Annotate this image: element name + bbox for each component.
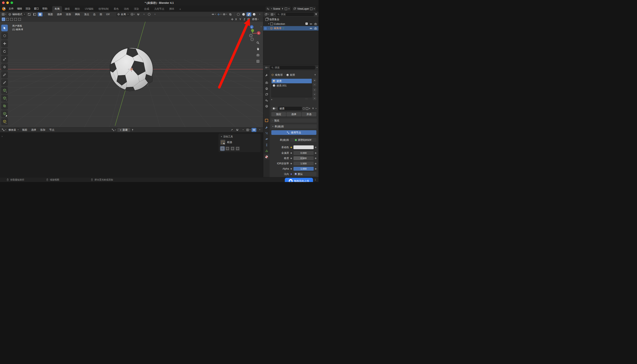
browse-material-button[interactable]: ▾: [271, 107, 278, 110]
filter-dropdown[interactable]: ▾: [316, 108, 316, 110]
node-tree-type-dropdown[interactable]: 修改器▾: [7, 128, 20, 132]
tool-inset-faces[interactable]: [1, 102, 8, 109]
tab-constraints[interactable]: [264, 142, 269, 148]
shading-wireframe-button[interactable]: [236, 12, 241, 16]
editor-type-3dview-button[interactable]: ▾: [1, 12, 7, 16]
sidebar-expand-arrow[interactable]: ›: [2, 135, 3, 138]
node-menu-add[interactable]: 添加: [39, 128, 47, 132]
tab-render[interactable]: [264, 80, 269, 86]
tool-add-cube[interactable]: +: [1, 87, 8, 94]
viewport-menu-face[interactable]: 面: [98, 12, 104, 17]
copy-icon[interactable]: [285, 8, 287, 10]
tab-object-data[interactable]: [264, 148, 269, 154]
alpha-slider[interactable]: 1.000: [293, 167, 314, 171]
select-button[interactable]: 选择: [287, 112, 301, 116]
viewlayer-name[interactable]: ViewLayer: [297, 7, 309, 10]
menu-edit[interactable]: 编辑: [15, 6, 24, 11]
tab-tool[interactable]: [264, 72, 269, 78]
copy-icon[interactable]: [310, 8, 312, 10]
panel-collapse-chevron[interactable]: ▾: [221, 136, 222, 138]
select-mode-subtract-button[interactable]: [10, 18, 13, 21]
shading-settings-dropdown[interactable]: ▾: [257, 12, 262, 16]
collapse-chevron[interactable]: ▾: [268, 23, 269, 25]
tool-extrude-region[interactable]: ↑: [1, 95, 8, 102]
editor-type-outliner-button[interactable]: ▾: [264, 12, 269, 16]
show-gizmo-toggle[interactable]: ▾: [217, 12, 222, 16]
pin-icon[interactable]: [314, 74, 316, 76]
browse-node-tree-dropdown[interactable]: ▾: [111, 128, 116, 132]
node-menu-select[interactable]: 选择: [30, 128, 38, 132]
assign-button[interactable]: 指定: [271, 112, 286, 116]
shading-material-preview-button[interactable]: [247, 12, 251, 16]
tool-rotate[interactable]: [1, 48, 8, 55]
mirror-y-toggle[interactable]: Y: [239, 18, 242, 21]
snap-toggle-button[interactable]: [235, 128, 240, 132]
proportional-edit-button[interactable]: [147, 12, 152, 16]
workspace-tab-sculpting[interactable]: 雕刻: [73, 6, 82, 12]
decorator-dot[interactable]: [315, 147, 316, 148]
tool-move[interactable]: [1, 40, 8, 47]
outliner-search-field[interactable]: 搜索: [276, 12, 314, 16]
mirror-x-toggle[interactable]: X: [234, 18, 238, 21]
tab-object[interactable]: [264, 118, 269, 123]
filter-icon[interactable]: [315, 13, 317, 16]
scene-browse-chevron[interactable]: ▾: [271, 8, 272, 10]
tool-cursor[interactable]: [1, 32, 8, 39]
workspace-tab-scripting[interactable]: 脚本: [167, 6, 177, 12]
list-filter-expand-arrow[interactable]: ▸: [271, 98, 272, 100]
breadcrumb-material[interactable]: 材质: [290, 73, 295, 77]
scene-name[interactable]: Scene: [273, 7, 280, 10]
ortho-perspective-button[interactable]: [255, 58, 261, 64]
outliner-row-scene-collection[interactable]: 场景集合: [263, 17, 318, 22]
outliner-row-collection[interactable]: ▾ Collection ✓: [263, 22, 318, 26]
snap-toggle-button[interactable]: [136, 12, 141, 16]
tab-view-layer[interactable]: [264, 92, 269, 97]
tool-annotate[interactable]: [1, 71, 8, 78]
ior-slider[interactable]: 1.500: [293, 162, 314, 166]
new-node-tree-button[interactable]: +新建: [117, 128, 130, 132]
viewport-menu-mesh[interactable]: 网格: [73, 12, 82, 17]
workspace-tab-layout[interactable]: 布局: [52, 6, 62, 12]
gizmo-y-axis[interactable]: [251, 29, 254, 32]
select-mode-intersect-button[interactable]: [18, 18, 21, 21]
node-grid-icon[interactable]: ▾: [246, 128, 251, 132]
preview-panel-header[interactable]: ›预览: [271, 118, 317, 123]
select-mode-invert-button[interactable]: [14, 18, 17, 21]
material-name-field[interactable]: 材质: [278, 107, 302, 110]
camera-render-icon[interactable]: [314, 27, 317, 30]
expand-chevron[interactable]: ›: [268, 27, 269, 29]
tab-particles[interactable]: [264, 130, 269, 136]
select-mode-subtract-button[interactable]: [231, 146, 235, 151]
node-overlays-dropdown[interactable]: ▾: [257, 128, 262, 132]
node-menu-view[interactable]: 视图: [21, 128, 29, 132]
deselect-button[interactable]: 弃选: [302, 112, 316, 116]
outliner-row-object-selected[interactable]: › 棱角球 ▽: [263, 26, 318, 30]
add-slot-button[interactable]: +: [313, 78, 316, 82]
viewlayer-icon[interactable]: [293, 7, 296, 10]
menu-file[interactable]: 文件: [7, 6, 15, 11]
camera-view-button[interactable]: [255, 52, 261, 58]
decorator-dot[interactable]: [315, 152, 316, 154]
snap-target-icon[interactable]: [247, 18, 251, 21]
viewport-menu-view[interactable]: 视图: [46, 12, 55, 17]
scene-icon[interactable]: [267, 7, 269, 10]
metallic-slider[interactable]: 0.000: [293, 151, 314, 155]
pin-icon[interactable]: [131, 128, 134, 131]
eye-icon[interactable]: [309, 22, 312, 26]
viewport-menu-uv[interactable]: UV: [104, 12, 111, 16]
shading-solid-button[interactable]: [241, 12, 246, 16]
material-slot[interactable]: 材质.001: [272, 83, 312, 88]
gizmo-neg-z-axis[interactable]: [251, 38, 254, 41]
transform-orientation-dropdown[interactable]: 全局▾: [116, 12, 130, 16]
tab-output[interactable]: [264, 86, 269, 91]
properties-options-dropdown[interactable]: ▾: [317, 67, 317, 68]
eye-icon[interactable]: [309, 27, 312, 30]
select-mode-extend-button[interactable]: [6, 18, 9, 21]
unlink-material-icon[interactable]: ×: [309, 107, 310, 110]
tool-options-dropdown[interactable]: 选项▾: [251, 18, 259, 21]
auto-offset-icon[interactable]: ↗: [230, 128, 234, 132]
menu-window[interactable]: 窗口: [32, 6, 41, 11]
tool-measure[interactable]: [1, 79, 8, 86]
editor-type-node-button[interactable]: ▾: [1, 128, 7, 132]
viewport-menu-add[interactable]: 添加: [64, 12, 73, 17]
